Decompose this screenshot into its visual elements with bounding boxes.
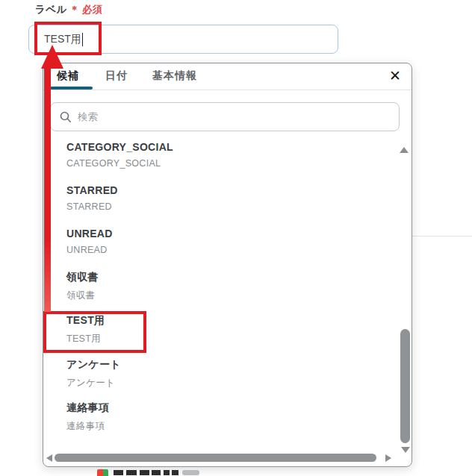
clipped-bottom-row bbox=[0, 469, 472, 476]
item-title: 連絡事項 bbox=[66, 401, 380, 415]
scroll-left-icon[interactable] bbox=[46, 454, 52, 462]
field-label: ラベル bbox=[35, 4, 67, 15]
required-asterisk-icon: ＊ bbox=[69, 4, 80, 15]
item-subtitle: UNREAD bbox=[66, 245, 380, 255]
text-caret bbox=[82, 33, 83, 46]
clipped-text-fragment bbox=[172, 470, 178, 475]
item-subtitle: TEST用 bbox=[66, 333, 380, 345]
list-item[interactable]: STARRED STARRED bbox=[66, 184, 380, 228]
list-item[interactable]: 領収書 領収書 bbox=[66, 271, 380, 314]
list-item[interactable]: UNREAD UNREAD bbox=[66, 228, 380, 271]
clipped-text-fragment bbox=[140, 470, 149, 475]
tab-basic-info[interactable]: 基本情報 bbox=[152, 69, 197, 83]
item-subtitle: 連絡事項 bbox=[66, 420, 380, 433]
clipped-gray-element bbox=[182, 470, 199, 475]
item-title: CATEGORY_SOCIAL bbox=[66, 141, 380, 153]
clipped-text-fragment bbox=[152, 470, 161, 475]
item-subtitle: 領収書 bbox=[66, 289, 380, 302]
item-title: アンケート bbox=[66, 358, 380, 372]
page: ラベル＊必須 TEST用 候補 日付 基本情報 ✕ CATEGORY_SOCIA… bbox=[0, 0, 472, 476]
search-input[interactable] bbox=[78, 111, 399, 122]
item-title: STARRED bbox=[66, 184, 380, 196]
background-divider bbox=[412, 236, 472, 237]
clipped-text-fragment bbox=[126, 470, 137, 475]
scroll-right-icon[interactable] bbox=[385, 454, 391, 462]
scroll-down-icon[interactable] bbox=[401, 447, 410, 453]
active-tab-underline bbox=[50, 87, 93, 90]
item-subtitle: アンケート bbox=[66, 377, 380, 389]
item-title: TEST用 bbox=[66, 314, 380, 328]
tab-date[interactable]: 日付 bbox=[105, 69, 128, 83]
close-icon[interactable]: ✕ bbox=[389, 67, 401, 85]
scroll-up-icon[interactable] bbox=[400, 147, 409, 153]
label-input-value: TEST用 bbox=[44, 33, 81, 46]
clipped-text-fragment bbox=[164, 470, 170, 475]
search-icon bbox=[60, 111, 72, 123]
label-suggestion-popup: 候補 日付 基本情報 ✕ CATEGORY_SOCIAL CATEGORY_SO… bbox=[43, 63, 412, 467]
item-subtitle: CATEGORY_SOCIAL bbox=[66, 158, 380, 169]
list-item[interactable]: 連絡事項 連絡事項 bbox=[66, 401, 380, 445]
label-input[interactable]: TEST用 bbox=[28, 25, 338, 54]
popup-tabbar: 候補 日付 基本情報 ✕ bbox=[43, 63, 412, 90]
required-badge: 必須 bbox=[82, 4, 103, 15]
search-box[interactable] bbox=[50, 102, 400, 131]
item-title: 領収書 bbox=[66, 271, 380, 284]
horizontal-scrollbar-thumb[interactable] bbox=[55, 454, 376, 462]
item-title: UNREAD bbox=[66, 228, 380, 239]
list-item[interactable]: アンケート アンケート bbox=[66, 358, 380, 401]
colored-file-icon bbox=[97, 469, 108, 476]
field-label-row: ラベル＊必須 bbox=[35, 3, 103, 16]
list-item[interactable]: CATEGORY_SOCIAL CATEGORY_SOCIAL bbox=[66, 141, 380, 184]
clipped-text-fragment bbox=[114, 470, 123, 475]
suggestion-list: CATEGORY_SOCIAL CATEGORY_SOCIAL STARRED … bbox=[43, 138, 396, 450]
list-item-test[interactable]: TEST用 TEST用 bbox=[66, 314, 380, 357]
item-subtitle: STARRED bbox=[66, 201, 380, 212]
tab-candidates[interactable]: 候補 bbox=[57, 69, 79, 83]
vertical-scrollbar-thumb[interactable] bbox=[400, 329, 410, 443]
